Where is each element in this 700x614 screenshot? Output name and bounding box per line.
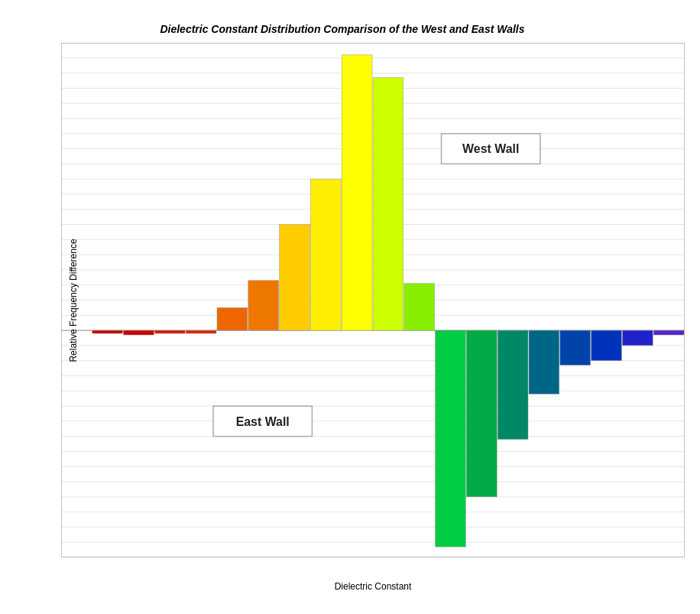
bar-1 xyxy=(92,330,123,333)
bar-18 xyxy=(622,330,653,346)
bar-2 xyxy=(124,330,154,335)
bar-14 xyxy=(497,330,528,440)
bar-4 xyxy=(186,330,216,333)
chart-title: Dielectric Constant Distribution Compari… xyxy=(0,23,685,35)
bar-7 xyxy=(280,225,310,331)
x-axis-label: Dielectric Constant xyxy=(335,581,412,592)
bar-12-east xyxy=(436,330,466,547)
bar-19 xyxy=(653,330,684,335)
bar-17 xyxy=(591,330,622,361)
bar-16 xyxy=(560,330,591,365)
bar-6 xyxy=(248,281,279,330)
bar-3 xyxy=(154,330,185,333)
y-axis-label: Relative Frequency Difference xyxy=(68,239,79,362)
east-wall-label: East Wall xyxy=(236,415,290,428)
bar-8 xyxy=(310,179,341,330)
west-wall-label: West Wall xyxy=(462,143,519,156)
bar-15 xyxy=(529,330,559,394)
chart-area: Relative Frequency Difference xyxy=(61,43,685,557)
bar-9 xyxy=(342,55,372,330)
bar-13 xyxy=(466,330,497,497)
bar-11 xyxy=(404,284,435,330)
bar-5 xyxy=(217,307,248,330)
chart-container: Dielectric Constant Distribution Compari… xyxy=(0,0,700,614)
main-chart: 0.190 0.180 0.170 0.160 0.150 0.140 0.13… xyxy=(61,43,685,557)
bar-10 xyxy=(373,78,403,331)
